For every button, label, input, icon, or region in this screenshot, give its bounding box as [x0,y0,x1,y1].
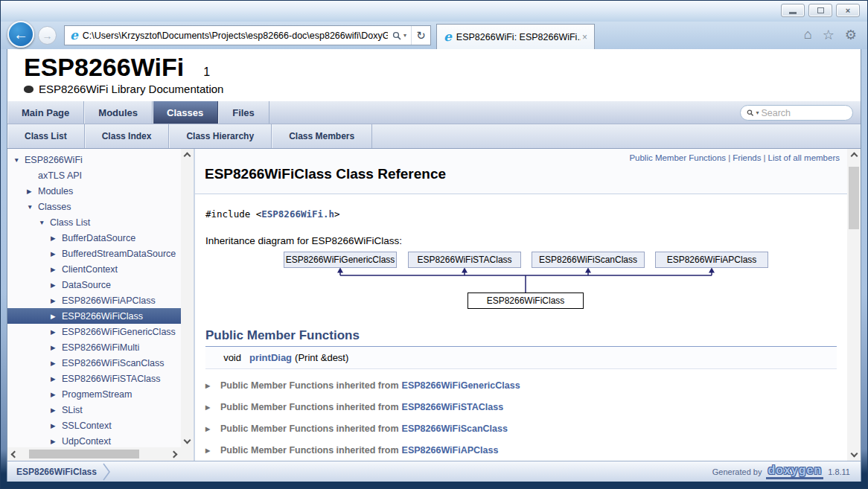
expand-icon[interactable] [51,422,62,429]
favorites-button[interactable]: ☆ [823,27,835,43]
diagram-node-staclass[interactable]: ESP8266WiFiSTAClass [408,252,521,268]
expand-icon[interactable] [27,188,38,195]
inherited-section-apclass[interactable]: Public Member Functions inherited from E… [205,445,837,456]
inherited-class-link[interactable]: ESP8266WiFiAPClass [402,445,499,456]
doc-search-box[interactable]: ▾ [740,105,853,121]
inherited-section-genericclass[interactable]: Public Member Functions inherited from E… [205,380,837,391]
sidebar-item-esp8266wificlass[interactable]: ESP8266WiFiClass [7,308,181,324]
expand-icon[interactable] [51,344,62,351]
tab-class-hierarchy[interactable]: Class Hierarchy [169,124,272,148]
tab-class-index[interactable]: Class Index [85,124,170,148]
restore-button[interactable] [808,4,832,17]
collapse-icon[interactable] [39,219,50,226]
sidebar-item-esp8266wifistaclass[interactable]: ESP8266WiFiSTAClass [7,371,181,386]
tab-classes[interactable]: Classes [153,101,218,124]
expand-icon[interactable] [51,266,62,273]
address-bar[interactable]: e C:\Users\Krzysztof\Documents\Projects\… [64,25,431,45]
sidebar-item-sslcontext[interactable]: SSLContext [7,418,181,433]
expand-icon[interactable] [51,438,62,445]
minimize-button[interactable] [781,4,805,17]
sidebar-item-axtls-api[interactable]: axTLS API [7,167,181,183]
address-search-button[interactable]: ▾ [388,31,411,40]
breadcrumb[interactable]: ESP8266WiFiClass [7,467,97,477]
inherited-section-staclass[interactable]: Public Member Functions inherited from E… [205,402,837,412]
sidebar-item-esp8266wifigenericclass[interactable]: ESP8266WiFiGenericClass [7,324,181,339]
expand-icon[interactable] [205,404,217,411]
tab-class-list[interactable]: Class List [7,124,85,148]
scroll-down-icon[interactable] [850,450,858,458]
include-file-link[interactable]: ESP8266WiFi.h [261,208,334,220]
expand-icon[interactable] [205,447,217,454]
address-url[interactable]: C:\Users\Krzysztof\Documents\Projects\es… [83,31,388,41]
expand-icon[interactable] [51,328,62,336]
scroll-right-icon[interactable] [170,450,178,458]
summary-link-all-members[interactable]: List of all members [768,153,840,162]
inherited-class-link[interactable]: ESP8266WiFiScanClass [402,424,508,434]
forward-button[interactable]: → [38,26,57,45]
sidebar-vertical-scrollbar[interactable] [181,149,194,447]
inherited-class-link[interactable]: ESP8266WiFiSTAClass [402,402,504,412]
refresh-button[interactable]: ↻ [411,26,430,45]
tab-main-page[interactable]: Main Page [7,101,84,124]
browser-tab[interactable]: e ESP8266WiFi: ESP8266WiFi... × [436,24,595,49]
tab-class-members[interactable]: Class Members [272,124,372,148]
settings-button[interactable]: ⚙ [845,27,857,43]
sidebar-item-esp8266wifiapclass[interactable]: ESP8266WiFiAPClass [7,293,181,308]
sidebar-item-modules[interactable]: Modules [7,183,181,199]
sidebar-item-class-list[interactable]: Class List [7,214,181,230]
sidebar-item-udpcontext[interactable]: UdpContext [7,433,181,447]
sidebar-item-slist[interactable]: SList [7,402,181,418]
sidebar-item-esp8266wifi[interactable]: ESP8266WiFi [7,152,181,167]
content-vertical-scrollbar[interactable] [847,149,861,461]
diagram-node-genericclass[interactable]: ESP8266WiFiGenericClass [284,252,397,268]
sidebar-item-bufferedstreamdatasource[interactable]: BufferedStreamDataSource [7,246,181,261]
expand-icon[interactable] [205,426,217,432]
summary-link-public-members[interactable]: Public Member Functions [629,153,726,162]
close-button[interactable]: × [836,4,860,17]
expand-icon[interactable] [51,391,62,398]
scroll-up-icon[interactable] [850,153,858,160]
back-button[interactable]: ← [7,21,34,48]
inherited-section-scanclass[interactable]: Public Member Functions inherited from E… [205,424,837,434]
home-icon: ⌂ [804,27,812,42]
minimize-icon [789,12,797,14]
expand-icon[interactable] [51,281,62,289]
sidebar-item-progmemstream[interactable]: ProgmemStream [7,386,181,402]
contents: #include <ESP8266WiFi.h> Inheritance dia… [195,194,847,461]
diagram-node-apclass[interactable]: ESP8266WiFiAPClass [655,252,768,268]
expand-icon[interactable] [51,297,62,304]
scroll-up-icon[interactable] [184,153,191,160]
expand-icon[interactable] [51,234,62,242]
sidebar-item-esp8266wifiscanclass[interactable]: ESP8266WiFiScanClass [7,355,181,371]
expand-icon[interactable] [51,313,62,320]
diagram-node-scanclass[interactable]: ESP8266WiFiScanClass [532,252,645,268]
sidebar-horizontal-scrollbar[interactable] [7,447,181,461]
expand-icon[interactable] [51,359,62,367]
chevron-down-icon: ▾ [403,32,406,39]
tab-files[interactable]: Files [218,101,269,124]
tab-close-button[interactable]: × [581,32,589,42]
search-input[interactable] [761,108,846,118]
home-button[interactable]: ⌂ [804,27,812,43]
expand-icon[interactable] [51,250,62,258]
summary-link-friends[interactable]: Friends [733,153,761,162]
sidebar-item-clientcontext[interactable]: ClientContext [7,261,181,277]
collapse-icon[interactable] [27,203,38,211]
scroll-left-icon[interactable] [11,450,19,458]
body-row: ESP8266WiFi axTLS API Modules Classes Cl… [7,149,861,461]
scrollbar-thumb[interactable] [29,450,139,458]
sidebar-item-esp8266wifimulti[interactable]: ESP8266WiFiMulti [7,339,181,355]
sidebar-item-datasource[interactable]: DataSource [7,277,181,293]
expand-icon[interactable] [51,375,62,383]
inherited-class-link[interactable]: ESP8266WiFiGenericClass [402,380,520,391]
doxygen-logo[interactable]: doxygen [766,464,823,479]
tab-modules[interactable]: Modules [84,101,153,124]
expand-icon[interactable] [51,406,62,414]
scroll-down-icon[interactable] [184,437,191,444]
sidebar-item-bufferdatasource[interactable]: BufferDataSource [7,230,181,246]
sidebar-item-classes[interactable]: Classes [7,199,181,214]
scrollbar-thumb[interactable] [849,167,859,229]
expand-icon[interactable] [205,383,217,389]
member-name-link[interactable]: printDiag [249,352,292,363]
collapse-icon[interactable] [13,156,25,164]
